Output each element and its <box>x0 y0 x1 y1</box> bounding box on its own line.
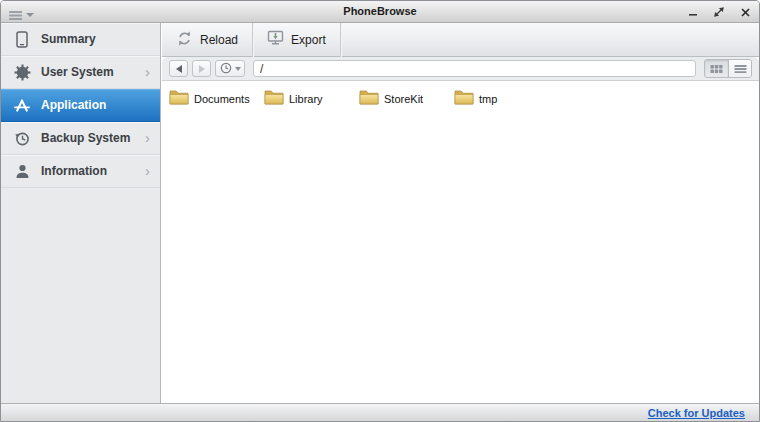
chevron-right-icon: › <box>145 64 150 79</box>
folder-item[interactable]: StoreKit <box>359 87 454 111</box>
history-dropdown-button[interactable] <box>215 60 245 77</box>
reload-icon <box>176 30 193 50</box>
folder-item[interactable]: Library <box>264 87 359 111</box>
file-browser-area[interactable]: Documents Library Stor <box>162 81 759 403</box>
sidebar-item-user-system[interactable]: User System › <box>1 56 160 89</box>
dropdown-caret-icon <box>235 67 241 71</box>
chevron-right-icon: › <box>145 163 150 178</box>
title-bar: PhoneBrowse <box>1 1 759 23</box>
appstore-icon <box>12 98 32 113</box>
restore-button[interactable] <box>713 6 725 18</box>
folder-item[interactable]: tmp <box>454 87 549 111</box>
folder-name: tmp <box>479 93 497 105</box>
close-button[interactable] <box>739 6 751 18</box>
sidebar-item-label: Information <box>41 164 107 178</box>
folder-icon <box>454 89 474 109</box>
forward-icon <box>199 65 205 73</box>
phone-icon <box>12 31 32 48</box>
path-input[interactable] <box>253 60 696 77</box>
sidebar-item-label: Application <box>41 98 106 112</box>
sidebar-item-label: Summary <box>41 32 96 46</box>
folder-icon <box>169 89 189 109</box>
folder-name: Documents <box>194 93 250 105</box>
sidebar-item-label: User System <box>41 65 114 79</box>
minimize-button[interactable] <box>687 6 699 18</box>
toolbar-separator <box>340 23 341 57</box>
file-grid: Documents Library Stor <box>162 81 759 111</box>
folder-icon <box>264 89 284 109</box>
status-bar: Check for Updates <box>1 403 759 421</box>
folder-name: Library <box>289 93 323 105</box>
export-icon <box>267 30 284 49</box>
list-view-icon <box>734 64 747 74</box>
chevron-right-icon: › <box>145 130 150 145</box>
check-for-updates-link[interactable]: Check for Updates <box>648 407 745 419</box>
gear-icon <box>12 64 32 81</box>
export-label: Export <box>291 33 326 47</box>
reload-label: Reload <box>200 33 238 47</box>
export-button[interactable]: Export <box>253 23 340 57</box>
navigation-bar <box>162 57 759 81</box>
folder-item[interactable]: Documents <box>169 87 264 111</box>
sidebar-item-label: Backup System <box>41 131 130 145</box>
sidebar-item-application[interactable]: Application <box>1 89 160 122</box>
grid-view-button[interactable] <box>705 60 728 77</box>
window-title: PhoneBrowse <box>1 5 759 17</box>
folder-icon <box>359 89 379 109</box>
sidebar-item-backup-system[interactable]: Backup System › <box>1 122 160 155</box>
list-view-button[interactable] <box>728 60 751 77</box>
clock-icon <box>220 60 232 78</box>
sidebar-item-information[interactable]: Information › <box>1 155 160 188</box>
history-icon <box>12 130 32 147</box>
view-toggle <box>704 59 752 78</box>
reload-button[interactable]: Reload <box>162 23 252 57</box>
grid-view-icon <box>710 64 723 74</box>
sidebar: Summary User System › <box>1 23 161 405</box>
sidebar-item-summary[interactable]: Summary <box>1 23 160 56</box>
phonebrowse-window: PhoneBrowse <box>0 0 760 422</box>
forward-button[interactable] <box>192 60 211 77</box>
back-icon <box>176 65 182 73</box>
folder-name: StoreKit <box>384 93 423 105</box>
back-button[interactable] <box>169 60 188 77</box>
main-toolbar: Reload Export <box>162 23 759 57</box>
person-icon <box>12 164 32 179</box>
